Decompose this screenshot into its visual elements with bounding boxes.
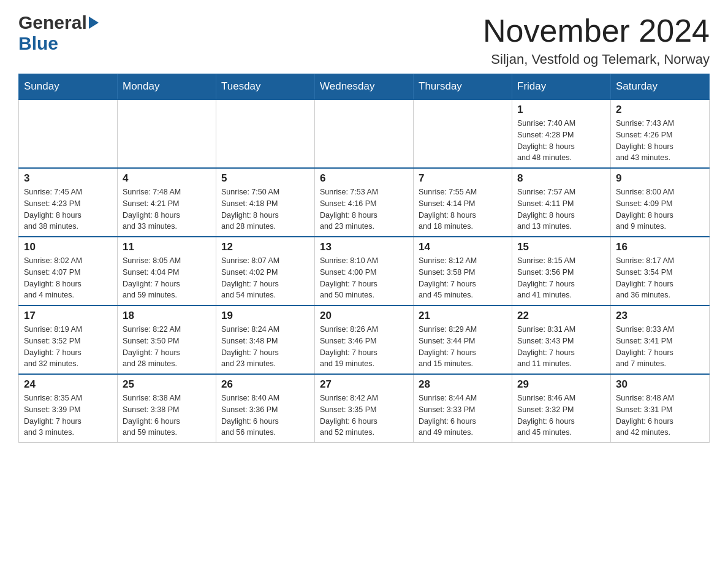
calendar-day-cell: 19Sunrise: 8:24 AM Sunset: 3:48 PM Dayli… bbox=[216, 305, 315, 374]
calendar-table: SundayMondayTuesdayWednesdayThursdayFrid… bbox=[18, 74, 710, 443]
day-number: 21 bbox=[419, 310, 507, 322]
day-info: Sunrise: 7:57 AM Sunset: 4:11 PM Dayligh… bbox=[517, 186, 605, 232]
day-info: Sunrise: 8:31 AM Sunset: 3:43 PM Dayligh… bbox=[517, 324, 605, 370]
calendar-day-cell: 23Sunrise: 8:33 AM Sunset: 3:41 PM Dayli… bbox=[611, 305, 710, 374]
calendar-day-cell: 5Sunrise: 7:50 AM Sunset: 4:18 PM Daylig… bbox=[216, 168, 315, 237]
calendar-day-cell: 21Sunrise: 8:29 AM Sunset: 3:44 PM Dayli… bbox=[414, 305, 512, 374]
day-info: Sunrise: 8:22 AM Sunset: 3:50 PM Dayligh… bbox=[123, 324, 211, 370]
day-number: 13 bbox=[320, 241, 408, 253]
day-number: 29 bbox=[517, 378, 605, 391]
calendar-day-cell: 11Sunrise: 8:05 AM Sunset: 4:04 PM Dayli… bbox=[118, 237, 216, 305]
logo-arrow-icon bbox=[89, 17, 99, 29]
day-number: 22 bbox=[517, 310, 605, 322]
day-number: 17 bbox=[24, 310, 112, 322]
calendar-weekday-header: Thursday bbox=[414, 74, 512, 100]
calendar-day-cell: 16Sunrise: 8:17 AM Sunset: 3:54 PM Dayli… bbox=[611, 237, 710, 305]
day-number: 8 bbox=[517, 172, 605, 185]
calendar-day-cell: 3Sunrise: 7:45 AM Sunset: 4:23 PM Daylig… bbox=[19, 168, 118, 237]
day-number: 11 bbox=[123, 241, 211, 253]
day-number: 9 bbox=[616, 172, 704, 185]
day-info: Sunrise: 8:24 AM Sunset: 3:48 PM Dayligh… bbox=[221, 324, 309, 370]
calendar-day-cell: 18Sunrise: 8:22 AM Sunset: 3:50 PM Dayli… bbox=[118, 305, 216, 374]
day-number: 30 bbox=[616, 378, 704, 391]
day-info: Sunrise: 7:43 AM Sunset: 4:26 PM Dayligh… bbox=[616, 118, 704, 164]
day-info: Sunrise: 8:05 AM Sunset: 4:04 PM Dayligh… bbox=[123, 255, 211, 301]
calendar-weekday-header: Saturday bbox=[611, 74, 710, 100]
calendar-weekday-header: Friday bbox=[512, 74, 611, 100]
day-number: 2 bbox=[616, 104, 704, 116]
calendar-weekday-header: Tuesday bbox=[216, 74, 315, 100]
day-info: Sunrise: 8:19 AM Sunset: 3:52 PM Dayligh… bbox=[24, 324, 112, 370]
calendar-day-cell: 20Sunrise: 8:26 AM Sunset: 3:46 PM Dayli… bbox=[315, 305, 414, 374]
day-info: Sunrise: 8:46 AM Sunset: 3:32 PM Dayligh… bbox=[517, 393, 605, 439]
day-info: Sunrise: 8:40 AM Sunset: 3:36 PM Dayligh… bbox=[221, 393, 309, 439]
day-info: Sunrise: 8:10 AM Sunset: 4:00 PM Dayligh… bbox=[320, 255, 408, 301]
calendar-day-cell bbox=[19, 99, 118, 168]
day-info: Sunrise: 7:53 AM Sunset: 4:16 PM Dayligh… bbox=[320, 186, 408, 232]
day-number: 15 bbox=[517, 241, 605, 253]
calendar-day-cell: 22Sunrise: 8:31 AM Sunset: 3:43 PM Dayli… bbox=[512, 305, 611, 374]
day-number: 7 bbox=[419, 172, 507, 185]
day-info: Sunrise: 7:40 AM Sunset: 4:28 PM Dayligh… bbox=[517, 118, 605, 164]
calendar-week-row: 3Sunrise: 7:45 AM Sunset: 4:23 PM Daylig… bbox=[19, 168, 710, 237]
calendar-day-cell bbox=[414, 99, 512, 168]
calendar-week-row: 1Sunrise: 7:40 AM Sunset: 4:28 PM Daylig… bbox=[19, 99, 710, 168]
page-header: General Blue November 2024 Siljan, Vestf… bbox=[18, 12, 710, 67]
day-number: 28 bbox=[419, 378, 507, 391]
calendar-week-row: 24Sunrise: 8:35 AM Sunset: 3:39 PM Dayli… bbox=[19, 374, 710, 443]
calendar-day-cell: 17Sunrise: 8:19 AM Sunset: 3:52 PM Dayli… bbox=[19, 305, 118, 374]
calendar-day-cell: 9Sunrise: 8:00 AM Sunset: 4:09 PM Daylig… bbox=[611, 168, 710, 237]
calendar-day-cell: 28Sunrise: 8:44 AM Sunset: 3:33 PM Dayli… bbox=[414, 374, 512, 443]
day-number: 20 bbox=[320, 310, 408, 322]
calendar-week-row: 17Sunrise: 8:19 AM Sunset: 3:52 PM Dayli… bbox=[19, 305, 710, 374]
day-number: 19 bbox=[221, 310, 309, 322]
calendar-day-cell: 26Sunrise: 8:40 AM Sunset: 3:36 PM Dayli… bbox=[216, 374, 315, 443]
calendar-day-cell: 13Sunrise: 8:10 AM Sunset: 4:00 PM Dayli… bbox=[315, 237, 414, 305]
calendar-day-cell: 30Sunrise: 8:48 AM Sunset: 3:31 PM Dayli… bbox=[611, 374, 710, 443]
calendar-day-cell: 27Sunrise: 8:42 AM Sunset: 3:35 PM Dayli… bbox=[315, 374, 414, 443]
calendar-weekday-header: Wednesday bbox=[315, 74, 414, 100]
calendar-day-cell: 6Sunrise: 7:53 AM Sunset: 4:16 PM Daylig… bbox=[315, 168, 414, 237]
day-number: 5 bbox=[221, 172, 309, 185]
calendar-weekday-header: Monday bbox=[118, 74, 216, 100]
calendar-day-cell: 1Sunrise: 7:40 AM Sunset: 4:28 PM Daylig… bbox=[512, 99, 611, 168]
calendar-day-cell: 12Sunrise: 8:07 AM Sunset: 4:02 PM Dayli… bbox=[216, 237, 315, 305]
logo-general-text: General bbox=[18, 12, 87, 33]
day-info: Sunrise: 8:07 AM Sunset: 4:02 PM Dayligh… bbox=[221, 255, 309, 301]
day-info: Sunrise: 7:48 AM Sunset: 4:21 PM Dayligh… bbox=[123, 186, 211, 232]
day-number: 26 bbox=[221, 378, 309, 391]
calendar-header-row: SundayMondayTuesdayWednesdayThursdayFrid… bbox=[19, 74, 710, 100]
day-info: Sunrise: 8:02 AM Sunset: 4:07 PM Dayligh… bbox=[24, 255, 112, 301]
day-info: Sunrise: 7:50 AM Sunset: 4:18 PM Dayligh… bbox=[221, 186, 309, 232]
calendar-day-cell: 10Sunrise: 8:02 AM Sunset: 4:07 PM Dayli… bbox=[19, 237, 118, 305]
day-number: 3 bbox=[24, 172, 112, 185]
day-info: Sunrise: 8:33 AM Sunset: 3:41 PM Dayligh… bbox=[616, 324, 704, 370]
day-info: Sunrise: 8:00 AM Sunset: 4:09 PM Dayligh… bbox=[616, 186, 704, 232]
day-info: Sunrise: 7:55 AM Sunset: 4:14 PM Dayligh… bbox=[419, 186, 507, 232]
calendar-weekday-header: Sunday bbox=[19, 74, 118, 100]
day-number: 25 bbox=[123, 378, 211, 391]
day-number: 18 bbox=[123, 310, 211, 322]
logo-blue-text: Blue bbox=[18, 33, 58, 54]
calendar-day-cell: 24Sunrise: 8:35 AM Sunset: 3:39 PM Dayli… bbox=[19, 374, 118, 443]
subtitle: Siljan, Vestfold og Telemark, Norway bbox=[483, 52, 710, 67]
calendar-week-row: 10Sunrise: 8:02 AM Sunset: 4:07 PM Dayli… bbox=[19, 237, 710, 305]
day-info: Sunrise: 8:26 AM Sunset: 3:46 PM Dayligh… bbox=[320, 324, 408, 370]
calendar-day-cell: 8Sunrise: 7:57 AM Sunset: 4:11 PM Daylig… bbox=[512, 168, 611, 237]
day-number: 12 bbox=[221, 241, 309, 253]
day-info: Sunrise: 8:17 AM Sunset: 3:54 PM Dayligh… bbox=[616, 255, 704, 301]
calendar-day-cell: 7Sunrise: 7:55 AM Sunset: 4:14 PM Daylig… bbox=[414, 168, 512, 237]
day-number: 23 bbox=[616, 310, 704, 322]
day-number: 6 bbox=[320, 172, 408, 185]
calendar-day-cell bbox=[216, 99, 315, 168]
calendar-day-cell bbox=[118, 99, 216, 168]
calendar-day-cell: 25Sunrise: 8:38 AM Sunset: 3:38 PM Dayli… bbox=[118, 374, 216, 443]
calendar-day-cell bbox=[315, 99, 414, 168]
calendar-day-cell: 2Sunrise: 7:43 AM Sunset: 4:26 PM Daylig… bbox=[611, 99, 710, 168]
day-info: Sunrise: 8:38 AM Sunset: 3:38 PM Dayligh… bbox=[123, 393, 211, 439]
day-info: Sunrise: 7:45 AM Sunset: 4:23 PM Dayligh… bbox=[24, 186, 112, 232]
calendar-day-cell: 29Sunrise: 8:46 AM Sunset: 3:32 PM Dayli… bbox=[512, 374, 611, 443]
day-info: Sunrise: 8:12 AM Sunset: 3:58 PM Dayligh… bbox=[419, 255, 507, 301]
day-info: Sunrise: 8:29 AM Sunset: 3:44 PM Dayligh… bbox=[419, 324, 507, 370]
day-number: 1 bbox=[517, 104, 605, 116]
